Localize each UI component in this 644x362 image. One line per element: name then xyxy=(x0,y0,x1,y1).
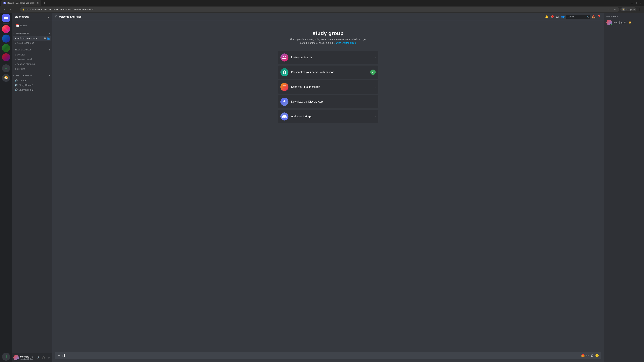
checklist-label-invite: Invite your friends xyxy=(291,56,372,59)
attach-button[interactable]: + xyxy=(57,354,61,358)
thread-icon[interactable]: 🗂 xyxy=(556,15,560,19)
server-item-3[interactable] xyxy=(2,44,10,52)
hash-icon-3: # xyxy=(15,53,16,56)
address-right-icons: ☆ ⊡ xyxy=(606,7,617,12)
profile-switch-icon[interactable]: ⊡ xyxy=(612,7,617,12)
add-channel-information-button[interactable]: + xyxy=(48,31,51,35)
channel-name-notes-resources: notes-resources xyxy=(17,41,34,44)
channel-item-off-topic[interactable]: # off-topic xyxy=(14,66,51,71)
server-header[interactable]: study group ⌄ xyxy=(12,13,52,21)
server-list: + 🧭 ⬇ xyxy=(0,13,12,362)
pin-icon[interactable]: 📌 xyxy=(550,15,554,19)
server-item-1[interactable] xyxy=(2,25,10,33)
chat-area: study group This is your brand new, shin… xyxy=(52,21,604,352)
new-tab-button[interactable]: + xyxy=(42,1,47,5)
channel-settings-icons: ⚙ 👥 xyxy=(44,37,50,39)
close-button[interactable]: ✕ xyxy=(639,2,641,4)
events-label: Events xyxy=(20,24,28,27)
checklist-item-invite[interactable]: Invite your friends › xyxy=(278,51,378,64)
checklist-arrow-app: › xyxy=(375,115,376,118)
add-server-button[interactable]: + xyxy=(2,64,10,72)
discover-button[interactable]: 🧭 xyxy=(2,74,10,82)
hash-icon: # xyxy=(15,37,16,39)
personalize-icon xyxy=(280,68,288,76)
server-home-button[interactable] xyxy=(2,14,10,22)
speaker-icon-3: 🔊 xyxy=(15,88,18,91)
add-text-channel-button[interactable]: + xyxy=(48,48,51,52)
events-icon: 📅 xyxy=(16,24,19,27)
speaker-icon-2: 🔊 xyxy=(15,84,18,86)
back-button[interactable]: ← xyxy=(2,7,7,12)
category-name-text-channels: TEXT CHANNELS xyxy=(15,49,48,51)
url-display: discord.com/channels/1182705364072935565… xyxy=(26,8,605,11)
channel-item-notes-resources[interactable]: # notes-resources xyxy=(14,40,51,45)
restore-button[interactable]: ⧉ xyxy=(635,2,637,4)
checklist-item-message[interactable]: Send your first message › xyxy=(278,80,378,94)
star-icon[interactable]: ☆ xyxy=(606,7,611,12)
member-name-moodjoy71: moodjoy_71 xyxy=(614,21,626,24)
user-display-name: moodjoy_71 xyxy=(20,356,34,358)
add-voice-channel-button[interactable]: + xyxy=(48,74,51,77)
emoji-button[interactable]: 😊 xyxy=(595,354,599,358)
browser-chrome: Discord | #welcome-and-rules | ✕ + — ⧉ ✕… xyxy=(0,0,644,13)
sticker-button[interactable]: 🗒 xyxy=(590,354,594,358)
deafen-button[interactable]: 🎧 xyxy=(41,355,46,360)
incognito-button[interactable]: 🕵 Incognito xyxy=(620,7,636,11)
category-text-channels[interactable]: ▾ TEXT CHANNELS + xyxy=(12,45,52,52)
forward-button[interactable]: → xyxy=(8,7,13,12)
checklist-label-download: Download the Discord App xyxy=(291,100,372,103)
category-information[interactable]: ▾ INFORMATION + xyxy=(12,29,52,36)
members-icon[interactable]: 👥 xyxy=(561,15,565,19)
user-settings-button[interactable]: ⚙ xyxy=(46,355,51,360)
browser-tab[interactable]: Discord | #welcome-and-rules | ✕ xyxy=(1,0,42,6)
inbox-icon[interactable]: 📥 xyxy=(592,15,596,19)
channel-item-study-room-1[interactable]: 🔊 Study Room 1 xyxy=(14,83,51,87)
checklist-item-personalize[interactable]: Personalize your server with an icon ✓ xyxy=(278,65,378,79)
server-welcome-subtitle: This is your brand new, shiny server. He… xyxy=(290,38,366,45)
checklist-item-download[interactable]: Download the Discord App › xyxy=(278,95,378,108)
minimize-button[interactable]: — xyxy=(631,2,633,4)
channel-item-welcome-and-rules[interactable]: # welcome-and-rules ⚙ 👥 xyxy=(14,36,51,40)
channel-item-study-room-2[interactable]: 🔊 Study Room 2 xyxy=(14,87,51,92)
events-item[interactable]: 📅 Events xyxy=(14,23,51,28)
message-input-box: + H 🎁 GIF 🗒 😊 xyxy=(55,352,601,359)
welcome-section: study group This is your brand new, shin… xyxy=(278,23,378,48)
help-icon[interactable]: ❓ xyxy=(597,15,601,19)
tab-close-button[interactable]: ✕ xyxy=(36,1,40,4)
channel-item-general[interactable]: # general xyxy=(14,52,51,57)
server-item-4[interactable] xyxy=(2,53,10,61)
user-tag: moodjoy71_0... xyxy=(20,358,34,360)
member-list: ONLINE — 1 moodjoy_71 👑 xyxy=(604,13,644,362)
category-voice-channels[interactable]: ▾ VOICE CHANNELS + xyxy=(12,71,52,78)
message-input-area: + H 🎁 GIF 🗒 😊 xyxy=(52,352,604,362)
gift-button[interactable]: 🎁 xyxy=(581,354,585,358)
search-icon: 🔍 xyxy=(586,15,589,18)
search-box[interactable]: Search 🔍 xyxy=(566,15,590,19)
reload-button[interactable]: ↻ xyxy=(14,7,19,12)
checklist-check-personalize: ✓ xyxy=(370,69,376,75)
user-info: moodjoy_71 moodjoy71_0... xyxy=(20,356,34,360)
hash-icon-6: # xyxy=(15,67,16,70)
address-bar[interactable]: 🔒 discord.com/channels/11827053640729355… xyxy=(20,7,619,12)
channel-name-session-planning: session-planning xyxy=(17,63,35,65)
mute-button[interactable]: 🎤 xyxy=(36,355,40,360)
incognito-icon: 🕵 xyxy=(622,8,626,11)
channel-header: # welcome-and-rules 🔔 📌 🗂 👥 Search 🔍 📥 ❓ xyxy=(52,13,604,21)
channel-gear-icon[interactable]: ⚙ xyxy=(44,37,46,39)
browser-menu-button[interactable]: ⋮ xyxy=(638,7,642,12)
channel-item-session-planning[interactable]: # session-planning xyxy=(14,62,51,66)
member-item-moodjoy71[interactable]: moodjoy_71 👑 xyxy=(605,19,643,26)
notification-bell-icon[interactable]: 🔔 xyxy=(545,15,549,19)
server-item-2[interactable] xyxy=(2,34,10,42)
message-icon xyxy=(280,83,288,91)
getting-started-link[interactable]: Getting Started guide. xyxy=(334,41,356,44)
channel-item-homework-help[interactable]: # homework-help xyxy=(14,57,51,62)
user-status-dot xyxy=(17,359,19,360)
download-app-button[interactable]: ⬇ xyxy=(2,353,10,361)
checklist-item-app[interactable]: Add your first app › xyxy=(278,110,378,123)
channel-item-lounge[interactable]: 🔊 Lounge xyxy=(14,78,51,83)
message-input-field[interactable]: H xyxy=(62,354,580,357)
gif-button[interactable]: GIF xyxy=(586,354,590,358)
channel-add-member-icon[interactable]: 👥 xyxy=(47,37,50,39)
tab-title: Discord | #welcome-and-rules | xyxy=(8,2,35,4)
